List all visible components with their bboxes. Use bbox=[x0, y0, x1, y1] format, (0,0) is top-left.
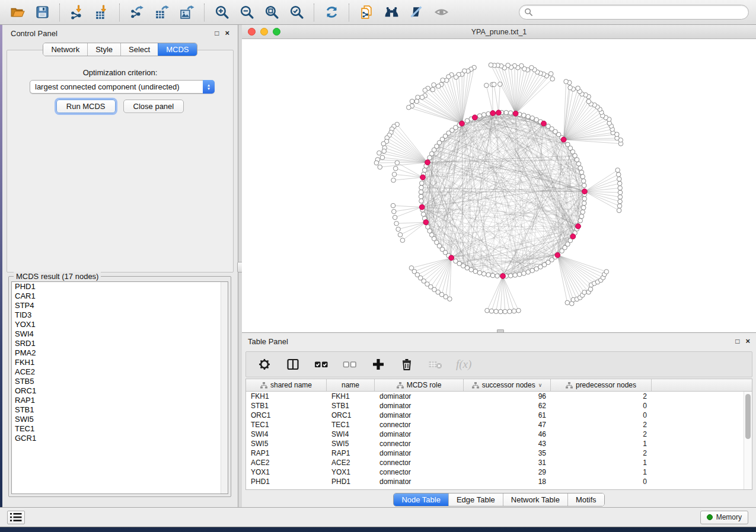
minimize-window-icon[interactable] bbox=[260, 28, 268, 36]
save-session-button[interactable] bbox=[33, 4, 51, 21]
network-leaf-node[interactable] bbox=[430, 87, 435, 92]
export-image-button[interactable] bbox=[178, 4, 196, 21]
network-leaf-node[interactable] bbox=[576, 86, 580, 91]
zoom-in-button[interactable] bbox=[213, 4, 231, 21]
export-table-button[interactable] bbox=[153, 4, 171, 21]
mcds-hub-node[interactable] bbox=[570, 234, 576, 239]
network-node[interactable] bbox=[490, 273, 495, 278]
network-leaf-node[interactable] bbox=[508, 309, 512, 314]
network-node[interactable] bbox=[579, 170, 584, 175]
column-header-MCDS-role[interactable]: MCDS role bbox=[375, 379, 464, 391]
table-cell[interactable]: connector bbox=[375, 420, 464, 430]
table-cell[interactable]: 46 bbox=[464, 430, 551, 439]
network-leaf-node[interactable] bbox=[516, 308, 521, 313]
open-file-button[interactable] bbox=[8, 4, 26, 21]
tab-network-table[interactable]: Network Table bbox=[503, 493, 567, 506]
table-cell[interactable]: 0 bbox=[551, 401, 652, 411]
mcds-hub-node[interactable] bbox=[500, 274, 506, 279]
table-cell[interactable]: STB1 bbox=[327, 401, 375, 411]
mcds-result-item[interactable]: STP4 bbox=[12, 301, 228, 310]
table-cell[interactable]: FKH1 bbox=[246, 392, 327, 401]
table-cell[interactable]: dominator bbox=[375, 401, 464, 411]
network-node[interactable] bbox=[513, 273, 518, 278]
network-leaf-node[interactable] bbox=[377, 150, 382, 155]
run-mcds-button[interactable]: Run MCDS bbox=[56, 100, 116, 113]
select-all-button[interactable] bbox=[314, 357, 329, 372]
table-cell[interactable]: dominator bbox=[375, 392, 464, 401]
network-leaf-node[interactable] bbox=[374, 161, 379, 165]
network-node[interactable] bbox=[530, 116, 535, 121]
close-window-icon[interactable] bbox=[248, 28, 256, 36]
mcds-result-item[interactable]: YOX1 bbox=[12, 320, 228, 329]
mcds-result-item[interactable]: GCR1 bbox=[12, 434, 228, 443]
network-node[interactable] bbox=[473, 269, 478, 274]
network-node[interactable] bbox=[546, 124, 551, 129]
network-leaf-node[interactable] bbox=[441, 78, 445, 83]
network-leaf-node[interactable] bbox=[498, 309, 503, 314]
table-cell[interactable]: SWI4 bbox=[327, 430, 375, 439]
network-leaf-node[interactable] bbox=[618, 186, 623, 191]
table-row[interactable]: ACE2ACE2connector311 bbox=[246, 458, 752, 467]
network-leaf-node[interactable] bbox=[550, 76, 555, 81]
network-node[interactable] bbox=[481, 113, 486, 117]
show-hide-eye-button[interactable] bbox=[432, 4, 450, 21]
network-node[interactable] bbox=[526, 270, 531, 274]
table-cell[interactable]: 1 bbox=[551, 467, 652, 477]
network-node[interactable] bbox=[582, 197, 587, 201]
close-panel-button[interactable]: Close panel bbox=[123, 100, 184, 113]
column-header-name[interactable]: name bbox=[327, 379, 375, 391]
table-cell[interactable]: SWI5 bbox=[246, 439, 327, 448]
network-leaf-node[interactable] bbox=[492, 82, 496, 87]
mcds-result-item[interactable]: PHD1 bbox=[12, 282, 228, 291]
mcds-result-list[interactable]: PHD1CAR1STP4TID3YOX1SWI4SRD1PMA2FKH1ACE2… bbox=[11, 281, 228, 494]
table-cell[interactable]: connector bbox=[375, 458, 464, 467]
table-cell[interactable]: TEC1 bbox=[246, 420, 327, 430]
table-cell[interactable]: 47 bbox=[464, 420, 551, 430]
table-row[interactable]: PHD1PHD1dominator180 bbox=[246, 477, 752, 486]
mcds-result-item[interactable]: RAP1 bbox=[12, 396, 228, 405]
table-cell[interactable]: 1 bbox=[551, 458, 652, 467]
network-node[interactable] bbox=[508, 111, 513, 116]
table-row[interactable]: TEC1TEC1connector472 bbox=[246, 420, 752, 430]
table-cell[interactable]: 0 bbox=[551, 477, 652, 486]
network-leaf-node[interactable] bbox=[378, 165, 382, 169]
table-cell[interactable]: dominator bbox=[375, 430, 464, 439]
network-leaf-node[interactable] bbox=[423, 88, 428, 93]
table-row[interactable]: SWI5SWI5connector431 bbox=[246, 439, 752, 448]
table-scrollbar[interactable] bbox=[744, 392, 752, 489]
network-node[interactable] bbox=[504, 110, 509, 115]
search-binoculars-button[interactable] bbox=[382, 4, 400, 21]
table-cell[interactable]: dominator bbox=[375, 411, 464, 420]
column-header-successor-nodes[interactable]: successor nodes∨ bbox=[464, 379, 551, 391]
network-node[interactable] bbox=[580, 174, 585, 179]
mcds-hub-node[interactable] bbox=[582, 189, 588, 194]
table-settings-button[interactable] bbox=[257, 357, 272, 372]
network-node[interactable] bbox=[508, 274, 513, 278]
network-leaf-node[interactable] bbox=[382, 149, 387, 153]
network-leaf-node[interactable] bbox=[617, 208, 621, 213]
mcds-result-item[interactable]: SWI5 bbox=[12, 415, 228, 424]
export-network-button[interactable] bbox=[128, 4, 146, 21]
table-row[interactable]: STB1STB1dominator620 bbox=[246, 401, 752, 411]
table-cell[interactable]: 2 bbox=[551, 392, 652, 401]
table-cell[interactable]: connector bbox=[375, 467, 464, 477]
column-header-predecessor-nodes[interactable]: predecessor nodes bbox=[551, 379, 652, 391]
mcds-hub-node[interactable] bbox=[555, 252, 560, 258]
network-leaf-node[interactable] bbox=[392, 209, 397, 214]
mcds-hub-node[interactable] bbox=[541, 121, 547, 126]
optimization-criterion-dropdown[interactable]: largest connected component (undirected)… bbox=[30, 80, 215, 94]
new-network-from-selection-button[interactable] bbox=[358, 4, 375, 21]
table-cell[interactable]: YOX1 bbox=[246, 467, 327, 477]
refresh-layout-button[interactable] bbox=[323, 4, 340, 21]
mcds-result-item[interactable]: STB1 bbox=[12, 405, 228, 415]
table-cell[interactable]: 96 bbox=[464, 392, 551, 401]
mcds-hub-node[interactable] bbox=[490, 111, 496, 116]
network-leaf-node[interactable] bbox=[618, 199, 623, 204]
tab-node-table[interactable]: Node Table bbox=[394, 493, 448, 506]
mcds-result-item[interactable]: SWI4 bbox=[12, 329, 228, 339]
network-node[interactable] bbox=[421, 212, 426, 217]
mcds-hub-node[interactable] bbox=[423, 220, 429, 225]
network-leaf-node[interactable] bbox=[391, 203, 395, 208]
float-panel-icon[interactable]: □ bbox=[215, 29, 219, 37]
graphics-details-button[interactable] bbox=[407, 4, 425, 21]
